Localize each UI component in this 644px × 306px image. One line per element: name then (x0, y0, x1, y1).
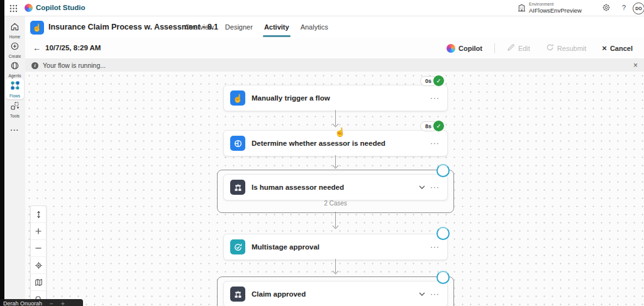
tab-activity[interactable]: Activity (263, 16, 291, 38)
status-badge: 0s ✓ (420, 75, 445, 87)
scope-is-human-assessor-needed[interactable]: Is human assessor needed ··· 2 Cases (217, 170, 454, 213)
node-menu-icon[interactable]: ··· (426, 139, 447, 148)
sidebar-item-flows[interactable]: Flows (6, 79, 24, 99)
canvas-zoom-toolbar (30, 205, 47, 306)
sidebar-item-create[interactable]: Create (6, 40, 24, 60)
create-icon (10, 42, 19, 53)
flow-canvas[interactable]: 0s ✓ ☝ Manually trigger a flow ··· 8s ✓ … (25, 72, 644, 306)
node-multistage-approval[interactable]: Multistage approval ··· (223, 234, 448, 260)
node-title: Multistage approval (252, 243, 426, 251)
running-spinner-icon (436, 164, 450, 177)
left-nav-rail: Home Create Agents Flows Tools ··· (4, 16, 25, 306)
tools-icon (10, 102, 19, 112)
tab-overview[interactable]: Overview (184, 16, 215, 38)
sidebar-item-home[interactable]: Home (6, 20, 24, 40)
flow-running-banner: i Your flow is running... × (25, 59, 644, 72)
cases-count-label: 2 Cases (218, 200, 453, 207)
hand-icon: ☝ (33, 23, 42, 32)
chevron-down-icon[interactable] (418, 292, 426, 296)
fit-to-height-button[interactable] (31, 206, 46, 223)
presenter-name: Derah Onuorah (0, 300, 46, 306)
running-spinner-icon (436, 227, 450, 240)
sidebar-item-more[interactable]: ··· (6, 122, 24, 136)
node-title: Manually trigger a flow (252, 94, 426, 102)
connector-arrowhead (333, 223, 339, 229)
product-title: Copilot Studio (36, 0, 86, 16)
environment-picker[interactable]: Environment AIFlowsEnvPreview (529, 2, 582, 14)
banner-message: Your flow is running... (43, 59, 106, 72)
copilot-logo-icon (25, 4, 33, 12)
sidebar-item-label: Flows (6, 94, 24, 98)
environment-name: AIFlowsEnvPreview (529, 7, 582, 14)
agents-icon (10, 62, 19, 72)
user-avatar[interactable]: DO (633, 3, 644, 14)
ai-decision-icon (230, 136, 245, 151)
sidebar-item-tools[interactable]: Tools (6, 99, 24, 119)
node-menu-icon[interactable]: ··· (426, 243, 447, 251)
close-icon: × (602, 44, 607, 52)
node-is-human-assessor-needed[interactable]: Is human assessor needed ··· (223, 174, 448, 200)
node-title: Determine whether assessor is needed (252, 139, 426, 147)
tab-analytics[interactable]: Analytics (299, 16, 330, 38)
node-menu-icon[interactable]: ··· (426, 94, 447, 102)
banner-close-icon[interactable]: × (633, 59, 638, 72)
sidebar-item-agents[interactable]: Agents (6, 59, 24, 79)
sidebar-item-label: Create (6, 54, 24, 58)
toolbar-divider (494, 43, 495, 53)
status-badge: 8s ✓ (420, 120, 445, 132)
settings-gear-icon[interactable] (602, 3, 611, 14)
flows-icon (10, 82, 20, 92)
back-arrow-icon[interactable]: ← (33, 38, 41, 58)
chevron-down-icon[interactable] (418, 185, 426, 189)
node-title: Is human assessor needed (252, 183, 418, 191)
sidebar-item-label: Agents (6, 74, 24, 78)
condition-switch-icon (230, 287, 245, 302)
zoom-out-button[interactable] (31, 240, 46, 257)
flow-tabs: Overview Designer Activity Analytics (184, 16, 330, 38)
node-title: Claim approved (252, 290, 418, 298)
approval-icon (230, 239, 245, 254)
running-spinner-icon (436, 271, 450, 284)
connector-arrowhead (333, 121, 339, 128)
copilot-button[interactable]: Copilot (443, 44, 486, 53)
copilot-studio-window: Copilot Studio Environment AIFlowsEnvPre… (0, 0, 644, 306)
node-claim-approved[interactable]: Claim approved ··· (223, 281, 448, 306)
zoom-in-button[interactable] (31, 223, 46, 240)
app-header: Copilot Studio Environment AIFlowsEnvPre… (4, 0, 644, 16)
node-manually-trigger-a-flow[interactable]: ☝ Manually trigger a flow ··· (223, 85, 448, 111)
flow-trigger-icon: ☝ (30, 21, 44, 35)
sidebar-item-label: Home (6, 35, 24, 39)
success-check-icon: ✓ (433, 120, 445, 132)
pencil-icon (507, 43, 515, 53)
connector-arrowhead (333, 268, 339, 275)
minimap-button[interactable] (31, 274, 46, 291)
overlay-minus-button[interactable]: − (46, 300, 57, 306)
focus-crosshair-button[interactable] (31, 257, 46, 274)
tab-designer[interactable]: Designer (224, 16, 254, 38)
home-icon (10, 23, 19, 33)
screen-edge-strip (0, 0, 4, 306)
copilot-icon (447, 44, 455, 53)
more-icon: ··· (11, 126, 19, 134)
edit-button[interactable]: Edit (503, 43, 534, 53)
mouse-cursor-icon: ☝ (335, 127, 345, 137)
resubmit-button[interactable]: Resubmit (542, 43, 590, 53)
info-icon: i (31, 62, 38, 69)
node-menu-icon[interactable]: ··· (426, 290, 447, 298)
cancel-button[interactable]: × Cancel (598, 44, 636, 52)
scope-claim-approved[interactable]: Claim approved ··· 2 Cases (217, 276, 454, 306)
success-check-icon: ✓ (433, 75, 445, 87)
presenter-name-overlay: Derah Onuorah − + (0, 299, 83, 306)
run-timestamp: 10/7/25, 8:29 AM (45, 38, 101, 58)
connector-arrowhead (333, 163, 339, 169)
overlay-plus-button[interactable]: + (57, 300, 69, 306)
sidebar-item-label: Tools (6, 114, 24, 118)
help-button[interactable]: ? (622, 0, 626, 16)
run-toolbar: ← 10/7/25, 8:29 AM Copilot Edit Resubmit… (25, 38, 644, 59)
waffle-menu-icon[interactable] (9, 4, 18, 15)
node-menu-icon[interactable]: ··· (426, 183, 447, 192)
manual-trigger-icon: ☝ (230, 90, 245, 106)
environment-label: Environment (529, 2, 582, 7)
condition-switch-icon (230, 180, 245, 195)
resubmit-refresh-icon (546, 43, 554, 53)
